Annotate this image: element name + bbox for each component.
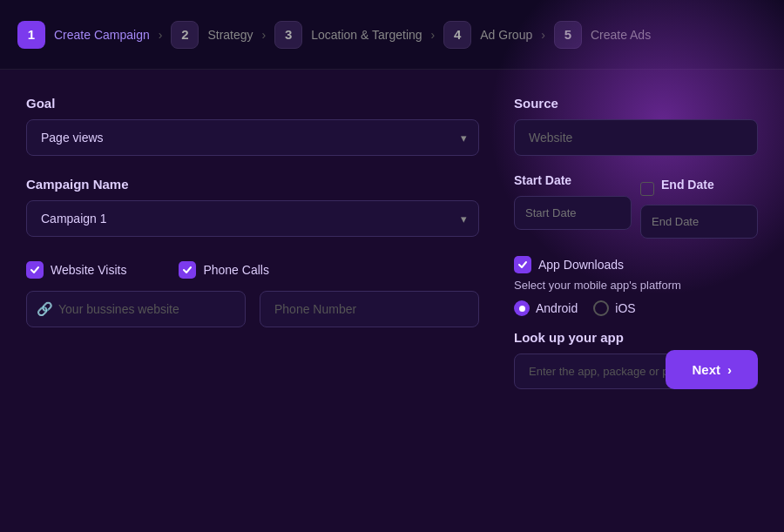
step-5-label: Create Ads [591, 28, 651, 42]
step-3[interactable]: 3 Location & Targeting [274, 21, 422, 49]
step-3-number: 3 [274, 21, 302, 49]
app-downloads-label: App Downloads [538, 258, 624, 272]
chevron-icon-3: › [431, 28, 436, 42]
platform-select-label: Select your mobile app's platform [514, 279, 758, 292]
step-4[interactable]: 4 Ad Group [443, 21, 532, 49]
step-1-number: 1 [17, 21, 45, 49]
phone-calls-checkbox-item[interactable]: Phone Calls [179, 261, 269, 279]
ios-radio-item[interactable]: iOS [593, 300, 635, 316]
ios-radio-button[interactable] [593, 300, 609, 316]
website-visits-checkbox-item[interactable]: Website Visits [26, 261, 126, 279]
chevron-icon-2: › [262, 28, 267, 42]
step-2-number: 2 [171, 21, 199, 49]
source-input[interactable] [514, 119, 758, 156]
app-downloads-checkbox[interactable] [514, 256, 531, 273]
end-date-input[interactable] [640, 205, 758, 239]
start-date-label: Start Date [514, 173, 632, 187]
bottom-bar: Next › [666, 350, 758, 389]
chevron-icon-1: › [159, 28, 163, 42]
stepper: 1 Create Campaign › 2 Strategy › 3 Locat… [0, 0, 784, 70]
end-date-checkbox[interactable] [640, 182, 654, 196]
phone-input[interactable] [260, 291, 479, 327]
source-label: Source [514, 96, 758, 111]
checkmark-icon-3 [517, 259, 528, 270]
campaign-name-label: Campaign Name [26, 177, 479, 192]
checkmark-icon [30, 265, 40, 275]
end-date-label: End Date [661, 178, 714, 192]
step-5-number: 5 [554, 21, 582, 49]
step-4-label: Ad Group [480, 28, 532, 42]
right-column: Source Start Date End Date [514, 96, 758, 389]
goal-label: Goal [26, 96, 479, 111]
phone-calls-label: Phone Calls [203, 263, 269, 277]
goal-select[interactable]: Page views [26, 119, 479, 156]
goal-select-wrapper: Page views ▾ [26, 119, 479, 156]
app-downloads-checkbox-row: App Downloads [514, 256, 758, 273]
step-1[interactable]: 1 Create Campaign [17, 21, 150, 49]
end-date-group: End Date [640, 173, 758, 239]
website-visits-label: Website Visits [51, 263, 126, 277]
left-column: Goal Page views ▾ Campaign Name Campaign… [26, 96, 479, 389]
next-button[interactable]: Next › [666, 350, 758, 389]
campaign-name-select-wrapper: Campaign 1 ▾ [26, 200, 479, 237]
website-input[interactable] [26, 291, 246, 327]
step-4-number: 4 [443, 21, 471, 49]
checkmark-icon-2 [182, 265, 193, 275]
website-visits-checkbox[interactable] [26, 261, 44, 279]
step-3-label: Location & Targeting [311, 28, 422, 42]
phone-input-wrapper [260, 291, 479, 327]
checkboxes-row: Website Visits Phone Calls [26, 261, 479, 279]
app-downloads-checkbox-item[interactable]: App Downloads [514, 256, 624, 273]
lookup-label: Look up your app [514, 330, 758, 345]
two-column-layout: Goal Page views ▾ Campaign Name Campaign… [26, 96, 758, 389]
start-date-group: Start Date [514, 173, 632, 230]
phone-calls-checkbox[interactable] [179, 261, 196, 279]
inputs-row: 🔗 [26, 291, 479, 327]
start-date-input[interactable] [514, 196, 632, 230]
main-content: Goal Page views ▾ Campaign Name Campaign… [0, 70, 784, 407]
chevron-icon-4: › [541, 28, 545, 42]
campaign-name-select[interactable]: Campaign 1 [26, 200, 479, 237]
step-1-label: Create Campaign [54, 28, 150, 42]
link-icon: 🔗 [37, 301, 53, 317]
dates-row: Start Date End Date [514, 173, 758, 239]
android-radio-button[interactable] [514, 300, 530, 316]
next-button-label: Next [692, 362, 720, 377]
android-label: Android [536, 301, 578, 315]
step-2-label: Strategy [207, 28, 253, 42]
website-input-wrapper: 🔗 [26, 291, 246, 327]
ios-label: iOS [615, 301, 635, 315]
next-chevron-icon: › [727, 362, 732, 377]
step-2[interactable]: 2 Strategy [171, 21, 253, 49]
platform-row: Android iOS [514, 300, 758, 316]
android-radio-item[interactable]: Android [514, 300, 578, 316]
step-5[interactable]: 5 Create Ads [554, 21, 651, 49]
